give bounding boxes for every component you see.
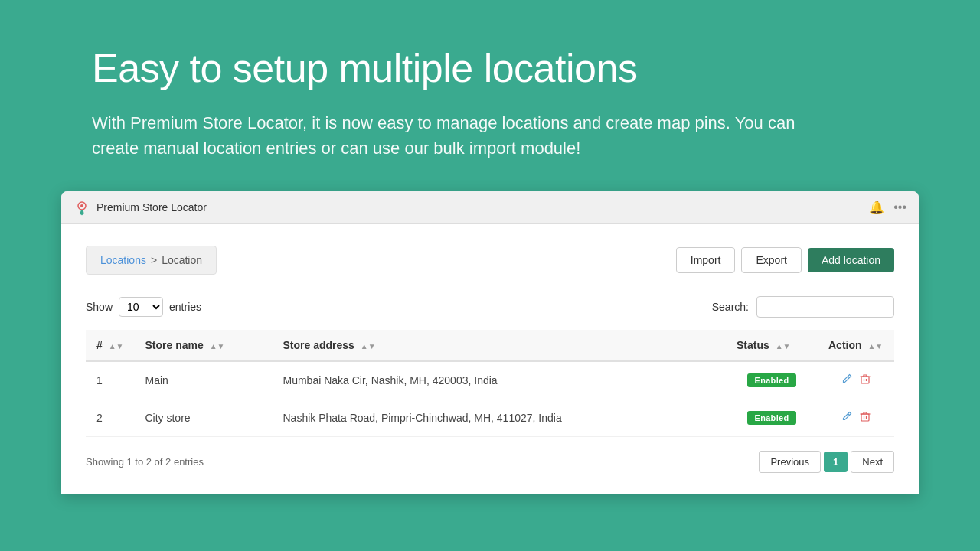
entries-select[interactable]: 10 25 50 100 xyxy=(119,297,163,317)
data-table: # ▲▼ Store name ▲▼ Store address ▲▼ Stat… xyxy=(86,330,894,437)
export-button[interactable]: Export xyxy=(741,247,801,273)
cell-action xyxy=(818,399,894,436)
showing-text: Showing 1 to 2 of 2 entries xyxy=(86,456,204,468)
hero-title: Easy to setup multiple locations xyxy=(92,46,888,92)
search-label: Search: xyxy=(712,301,749,313)
breadcrumb-link[interactable]: Locations xyxy=(100,254,146,266)
col-header-status[interactable]: Status ▲▼ xyxy=(726,330,818,361)
bell-icon[interactable]: 🔔 xyxy=(869,200,884,214)
entries-label: entries xyxy=(169,301,201,313)
cell-num: 2 xyxy=(86,399,134,436)
cell-action xyxy=(818,361,894,399)
action-icons xyxy=(828,410,884,425)
edit-icon[interactable] xyxy=(841,410,853,425)
breadcrumb-separator: > xyxy=(151,254,157,266)
table-header-row: # ▲▼ Store name ▲▼ Store address ▲▼ Stat… xyxy=(86,330,894,361)
app-content: Locations > Location Import Export Add l… xyxy=(61,224,919,494)
sort-icon-num: ▲▼ xyxy=(109,342,124,350)
col-header-num[interactable]: # ▲▼ xyxy=(86,330,134,361)
show-label: Show xyxy=(86,301,113,313)
app-title: Premium Store Locator xyxy=(96,201,207,214)
sort-icon-address: ▲▼ xyxy=(361,342,376,350)
top-bar: Locations > Location Import Export Add l… xyxy=(86,246,894,275)
pagination: Previous 1 Next xyxy=(759,451,894,473)
app-icon xyxy=(74,199,90,216)
next-button[interactable]: Next xyxy=(851,451,894,473)
app-window: Premium Store Locator 🔔 ••• Locations > … xyxy=(61,191,919,494)
edit-icon[interactable] xyxy=(841,373,853,388)
cell-num: 1 xyxy=(86,361,134,399)
cell-status: Enabled xyxy=(726,399,818,436)
more-options-icon[interactable]: ••• xyxy=(893,201,906,214)
svg-rect-3 xyxy=(861,414,869,421)
table-row: 2 City store Nashik Phata Road, Pimpri-C… xyxy=(86,399,894,436)
hero-description: With Premium Store Locator, it is now ea… xyxy=(92,110,842,161)
col-header-store-name[interactable]: Store name ▲▼ xyxy=(134,330,272,361)
show-entries: Show 10 25 50 100 entries xyxy=(86,297,201,317)
title-bar: Premium Store Locator 🔔 ••• xyxy=(61,191,919,224)
page-1-button[interactable]: 1 xyxy=(824,452,848,472)
breadcrumb-current: Location xyxy=(162,254,202,266)
table-controls: Show 10 25 50 100 entries Search: xyxy=(86,296,894,318)
svg-point-1 xyxy=(80,204,83,207)
title-bar-left: Premium Store Locator xyxy=(74,199,207,216)
hero-section: Easy to setup multiple locations With Pr… xyxy=(0,0,980,191)
add-location-button[interactable]: Add location xyxy=(808,248,894,272)
cell-store-name: Main xyxy=(134,361,272,399)
breadcrumb: Locations > Location xyxy=(86,246,217,275)
action-icons xyxy=(828,373,884,388)
table-row: 1 Main Mumbai Naka Cir, Nashik, MH, 4200… xyxy=(86,361,894,399)
action-buttons: Import Export Add location xyxy=(676,247,894,273)
sort-icon-action: ▲▼ xyxy=(867,342,883,350)
cell-store-address: Nashik Phata Road, Pimpri-Chinchwad, MH,… xyxy=(272,399,726,436)
cell-status: Enabled xyxy=(726,361,818,399)
title-bar-right: 🔔 ••• xyxy=(869,200,906,214)
col-header-store-address[interactable]: Store address ▲▼ xyxy=(272,330,726,361)
delete-icon[interactable] xyxy=(859,373,871,388)
delete-icon[interactable] xyxy=(859,410,871,425)
col-header-action[interactable]: Action ▲▼ xyxy=(818,330,894,361)
search-bar: Search: xyxy=(712,296,894,318)
sort-icon-store: ▲▼ xyxy=(210,342,225,350)
status-badge: Enabled xyxy=(747,373,797,387)
previous-button[interactable]: Previous xyxy=(759,451,821,473)
table-footer: Showing 1 to 2 of 2 entries Previous 1 N… xyxy=(86,451,894,473)
status-badge: Enabled xyxy=(747,411,797,425)
search-input[interactable] xyxy=(756,296,894,318)
import-button[interactable]: Import xyxy=(676,247,736,273)
cell-store-address: Mumbai Naka Cir, Nashik, MH, 420003, Ind… xyxy=(272,361,726,399)
sort-icon-status: ▲▼ xyxy=(776,342,791,350)
cell-store-name: City store xyxy=(134,399,272,436)
svg-rect-2 xyxy=(861,377,869,383)
